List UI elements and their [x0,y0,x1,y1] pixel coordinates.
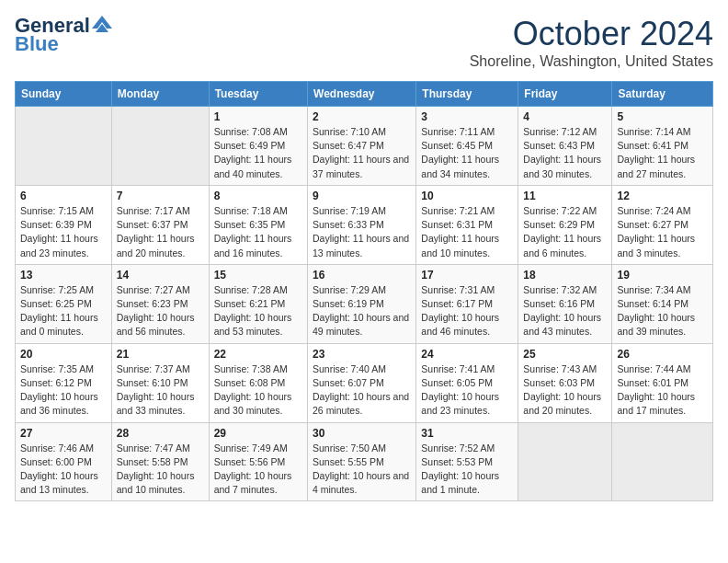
calendar-cell: 10Sunrise: 7:21 AM Sunset: 6:31 PM Dayli… [416,185,518,264]
calendar-cell: 9Sunrise: 7:19 AM Sunset: 6:33 PM Daylig… [308,185,416,264]
day-number: 19 [617,269,708,282]
day-number: 24 [421,348,513,361]
calendar-cell: 30Sunrise: 7:50 AM Sunset: 5:55 PM Dayli… [308,422,416,501]
day-number: 20 [20,348,107,361]
calendar-cell: 15Sunrise: 7:28 AM Sunset: 6:21 PM Dayli… [209,264,307,343]
day-info: Sunrise: 7:44 AM Sunset: 6:01 PM Dayligh… [617,362,708,419]
day-info: Sunrise: 7:37 AM Sunset: 6:10 PM Dayligh… [117,362,204,419]
day-info: Sunrise: 7:34 AM Sunset: 6:14 PM Dayligh… [617,283,708,339]
logo: General Blue [15,15,112,55]
day-number: 2 [313,110,411,123]
logo-blue: Blue [15,33,59,55]
day-info: Sunrise: 7:17 AM Sunset: 6:37 PM Dayligh… [117,204,204,260]
day-info: Sunrise: 7:14 AM Sunset: 6:41 PM Dayligh… [617,125,708,181]
calendar-cell: 3Sunrise: 7:11 AM Sunset: 6:45 PM Daylig… [416,107,518,186]
day-info: Sunrise: 7:22 AM Sunset: 6:29 PM Dayligh… [523,204,607,260]
column-header-wednesday: Wednesday [308,82,416,107]
column-header-sunday: Sunday [16,82,112,107]
day-info: Sunrise: 7:11 AM Sunset: 6:45 PM Dayligh… [421,125,513,181]
calendar-cell: 25Sunrise: 7:43 AM Sunset: 6:03 PM Dayli… [518,343,612,422]
calendar-cell: 2Sunrise: 7:10 AM Sunset: 6:47 PM Daylig… [308,107,416,186]
calendar-cell: 7Sunrise: 7:17 AM Sunset: 6:37 PM Daylig… [111,185,209,264]
day-info: Sunrise: 7:47 AM Sunset: 5:58 PM Dayligh… [117,442,204,498]
calendar-cell: 26Sunrise: 7:44 AM Sunset: 6:01 PM Dayli… [612,343,713,422]
column-header-saturday: Saturday [612,82,713,107]
day-info: Sunrise: 7:24 AM Sunset: 6:27 PM Dayligh… [617,204,708,260]
day-number: 10 [421,190,513,202]
calendar-cell: 19Sunrise: 7:34 AM Sunset: 6:14 PM Dayli… [612,264,713,343]
day-number: 22 [214,348,302,361]
calendar-body: 1Sunrise: 7:08 AM Sunset: 6:49 PM Daylig… [16,107,713,501]
page-subtitle: Shoreline, Washington, United States [470,53,713,70]
calendar-cell: 22Sunrise: 7:38 AM Sunset: 6:08 PM Dayli… [209,343,307,422]
calendar-cell: 24Sunrise: 7:41 AM Sunset: 6:05 PM Dayli… [416,343,518,422]
calendar-cell: 23Sunrise: 7:40 AM Sunset: 6:07 PM Dayli… [308,343,416,422]
day-info: Sunrise: 7:46 AM Sunset: 6:00 PM Dayligh… [20,442,107,498]
day-number: 4 [523,110,607,123]
calendar-table: SundayMondayTuesdayWednesdayThursdayFrid… [15,81,713,501]
day-number: 29 [214,427,302,440]
day-number: 16 [313,269,411,282]
calendar-cell: 16Sunrise: 7:29 AM Sunset: 6:19 PM Dayli… [308,264,416,343]
day-info: Sunrise: 7:50 AM Sunset: 5:55 PM Dayligh… [313,442,411,498]
calendar-header: SundayMondayTuesdayWednesdayThursdayFrid… [16,82,713,107]
day-info: Sunrise: 7:41 AM Sunset: 6:05 PM Dayligh… [421,362,513,419]
day-number: 5 [617,110,708,123]
day-info: Sunrise: 7:29 AM Sunset: 6:19 PM Dayligh… [313,283,411,339]
day-info: Sunrise: 7:15 AM Sunset: 6:39 PM Dayligh… [20,204,107,260]
day-number: 7 [117,190,204,202]
day-number: 31 [421,427,513,440]
calendar-cell: 6Sunrise: 7:15 AM Sunset: 6:39 PM Daylig… [16,185,112,264]
day-number: 15 [214,269,302,282]
day-info: Sunrise: 7:28 AM Sunset: 6:21 PM Dayligh… [214,283,302,339]
day-number: 9 [313,190,411,202]
day-info: Sunrise: 7:12 AM Sunset: 6:43 PM Dayligh… [523,125,607,181]
day-info: Sunrise: 7:18 AM Sunset: 6:35 PM Dayligh… [214,204,302,260]
calendar-week-3: 13Sunrise: 7:25 AM Sunset: 6:25 PM Dayli… [16,264,713,343]
day-number: 14 [117,269,204,282]
day-info: Sunrise: 7:27 AM Sunset: 6:23 PM Dayligh… [117,283,204,339]
calendar-cell: 5Sunrise: 7:14 AM Sunset: 6:41 PM Daylig… [612,107,713,186]
day-info: Sunrise: 7:19 AM Sunset: 6:33 PM Dayligh… [313,204,411,260]
day-info: Sunrise: 7:08 AM Sunset: 6:49 PM Dayligh… [214,125,302,181]
calendar-cell: 18Sunrise: 7:32 AM Sunset: 6:16 PM Dayli… [518,264,612,343]
calendar-cell [16,107,112,186]
day-number: 23 [313,348,411,361]
column-header-friday: Friday [518,82,612,107]
day-number: 28 [117,427,204,440]
column-header-tuesday: Tuesday [209,82,307,107]
day-number: 3 [421,110,513,123]
day-number: 27 [20,427,107,440]
calendar-cell: 17Sunrise: 7:31 AM Sunset: 6:17 PM Dayli… [416,264,518,343]
title-block: October 2024 Shoreline, Washington, Unit… [470,15,713,70]
calendar-cell: 28Sunrise: 7:47 AM Sunset: 5:58 PM Dayli… [111,422,209,501]
calendar-cell: 13Sunrise: 7:25 AM Sunset: 6:25 PM Dayli… [16,264,112,343]
day-info: Sunrise: 7:43 AM Sunset: 6:03 PM Dayligh… [523,362,607,419]
day-info: Sunrise: 7:38 AM Sunset: 6:08 PM Dayligh… [214,362,302,419]
column-header-monday: Monday [111,82,209,107]
day-info: Sunrise: 7:10 AM Sunset: 6:47 PM Dayligh… [313,125,411,181]
calendar-week-2: 6Sunrise: 7:15 AM Sunset: 6:39 PM Daylig… [16,185,713,264]
day-number: 11 [523,190,607,202]
calendar-cell [612,422,713,501]
calendar-cell: 4Sunrise: 7:12 AM Sunset: 6:43 PM Daylig… [518,107,612,186]
day-info: Sunrise: 7:31 AM Sunset: 6:17 PM Dayligh… [421,283,513,339]
day-info: Sunrise: 7:40 AM Sunset: 6:07 PM Dayligh… [313,362,411,419]
calendar-cell: 11Sunrise: 7:22 AM Sunset: 6:29 PM Dayli… [518,185,612,264]
calendar-week-1: 1Sunrise: 7:08 AM Sunset: 6:49 PM Daylig… [16,107,713,186]
day-number: 12 [617,190,708,202]
day-info: Sunrise: 7:32 AM Sunset: 6:16 PM Dayligh… [523,283,607,339]
calendar-cell: 31Sunrise: 7:52 AM Sunset: 5:53 PM Dayli… [416,422,518,501]
calendar-cell: 8Sunrise: 7:18 AM Sunset: 6:35 PM Daylig… [209,185,307,264]
calendar-week-4: 20Sunrise: 7:35 AM Sunset: 6:12 PM Dayli… [16,343,713,422]
day-info: Sunrise: 7:49 AM Sunset: 5:56 PM Dayligh… [214,442,302,498]
page-title: October 2024 [470,15,713,53]
day-number: 30 [313,427,411,440]
day-info: Sunrise: 7:35 AM Sunset: 6:12 PM Dayligh… [20,362,107,419]
day-number: 26 [617,348,708,361]
day-info: Sunrise: 7:21 AM Sunset: 6:31 PM Dayligh… [421,204,513,260]
day-number: 25 [523,348,607,361]
calendar-cell: 1Sunrise: 7:08 AM Sunset: 6:49 PM Daylig… [209,107,307,186]
day-number: 21 [117,348,204,361]
day-number: 8 [214,190,302,202]
